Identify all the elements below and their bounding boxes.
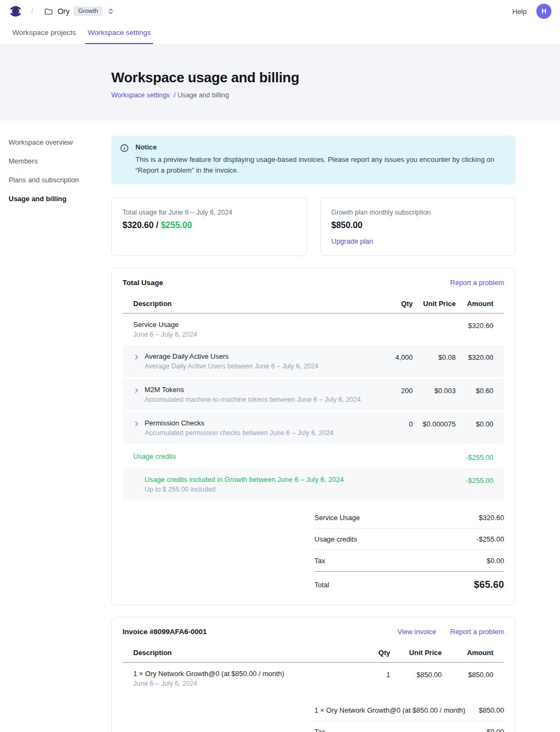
row-qty xyxy=(364,452,413,453)
sidebar-item-members[interactable]: Members xyxy=(9,154,106,168)
preview-notice: Notice This is a preview feature for dis… xyxy=(111,136,515,184)
row-subtitle: June 6 – July 6, 2024 xyxy=(133,680,284,687)
help-link[interactable]: Help xyxy=(512,8,527,16)
notice-title: Notice xyxy=(135,143,502,151)
column-amount: Amount xyxy=(442,649,493,657)
row-amount: $850.00 xyxy=(442,670,493,679)
tab-workspace-projects[interactable]: Workspace projects xyxy=(10,23,78,44)
upgrade-plan-link[interactable]: Upgrade plan xyxy=(332,237,374,245)
usage-row-permission-checks[interactable]: Permission Checks Accumulated permission… xyxy=(123,412,504,445)
sidebar-item-usage-and-billing[interactable]: Usage and billing xyxy=(9,192,106,205)
view-invoice-link[interactable]: View invoice xyxy=(398,628,436,636)
summary-value: $0.00 xyxy=(486,557,504,565)
notice-body: This is a preview feature for displaying… xyxy=(135,154,502,176)
chevron-right-icon[interactable] xyxy=(133,354,140,370)
row-subtitle: Accumulated permission checks between Ju… xyxy=(145,429,334,437)
invoice-row-growth-plan: 1 × Ory Network Growth@0 (at $850.00 / m… xyxy=(123,663,504,694)
breadcrumb-workspace-settings-link[interactable]: Workspace settings xyxy=(111,91,170,99)
column-qty: Qty xyxy=(342,649,390,657)
breadcrumb-separator: / xyxy=(31,7,33,16)
row-unit-price: $0.003 xyxy=(413,386,456,395)
plan-label: Growth plan monthly subscription xyxy=(332,209,505,216)
row-title: 1 × Ory Network Growth@0 (at $850.00 / m… xyxy=(133,670,284,678)
summary-label: Tax xyxy=(314,728,325,732)
plan-amount: $850.00 xyxy=(332,221,505,230)
column-amount: Amount xyxy=(456,300,493,308)
chevron-up-down-icon xyxy=(107,8,114,15)
summary-value: $0.00 xyxy=(486,728,504,732)
column-qty: Qty xyxy=(364,300,413,308)
row-qty: 1 xyxy=(342,670,390,679)
row-qty: 200 xyxy=(364,386,413,395)
row-subtitle: Accumulated machine-to-machine tokens be… xyxy=(145,396,361,403)
top-bar: / Ory Growth Help H xyxy=(0,0,560,23)
summary-row-line-item: 1 × Ory Network Growth@0 (at $850.00 / m… xyxy=(314,700,504,721)
summary-label: Service Usage xyxy=(314,514,360,522)
row-unit-price: $0.08 xyxy=(413,352,456,361)
row-qty: 0 xyxy=(364,419,413,428)
row-amount: -$255.00 xyxy=(456,475,493,485)
column-unit-price: Unit Price xyxy=(390,649,442,657)
breadcrumb-current: / Usage and billing xyxy=(174,91,229,99)
row-unit-price xyxy=(413,321,456,322)
row-amount: $0.60 xyxy=(456,386,493,395)
total-usage-value: $320.60 / $255.00 xyxy=(123,221,296,230)
column-description: Description xyxy=(133,649,342,657)
user-avatar[interactable]: H xyxy=(536,4,551,19)
info-icon xyxy=(120,144,129,176)
summary-row-usage-credits: Usage credits -$255.00 xyxy=(314,529,504,550)
sidebar-item-plans-and-subscription[interactable]: Plans and subscription xyxy=(9,173,106,187)
chevron-right-icon[interactable] xyxy=(133,387,140,403)
usage-summary: Service Usage $320.60 Usage credits -$25… xyxy=(314,507,504,594)
summary-value: $65.60 xyxy=(474,579,504,591)
total-usage-card: Total Usage Report a problem Description… xyxy=(111,268,515,605)
summary-label: Usage credits xyxy=(314,535,357,543)
report-problem-link[interactable]: Report a problem xyxy=(450,628,504,636)
invoice-summary: 1 × Ory Network Growth@0 (at $850.00 / m… xyxy=(314,700,504,732)
tab-workspace-settings[interactable]: Workspace settings xyxy=(85,23,153,44)
row-subtitle: June 6 – July 6, 2024 xyxy=(133,331,197,338)
folder-icon xyxy=(44,7,53,16)
usage-row-usage-credits-included: Usage credits included in Growth between… xyxy=(123,468,504,502)
invoice-card: Invoice #8099AFA6-0001 View invoice Repo… xyxy=(111,617,515,732)
report-problem-link[interactable]: Report a problem xyxy=(450,279,504,287)
chevron-right-icon[interactable] xyxy=(133,421,140,437)
row-subtitle: Average Daily Active Users between June … xyxy=(145,363,319,370)
summary-value: $850.00 xyxy=(479,706,504,714)
summary-label: Total xyxy=(314,581,329,589)
row-qty xyxy=(364,321,413,322)
usage-row-m2m-tokens[interactable]: M2M Tokens Accumulated machine-to-machin… xyxy=(123,379,504,412)
summary-row-tax: Tax $0.00 xyxy=(314,721,504,732)
workspace-switcher[interactable]: Ory Growth xyxy=(41,4,118,18)
row-unit-price: $850.00 xyxy=(390,670,442,679)
row-amount: $320.00 xyxy=(456,352,493,361)
usage-row-usage-credits: Usage credits -$255.00 xyxy=(123,445,504,468)
ory-logo-icon[interactable] xyxy=(9,4,23,18)
breadcrumb: Workspace settings / Usage and billing xyxy=(111,91,560,99)
total-usage-summary-card: Total usage for June 6 – July 6, 2024 $3… xyxy=(111,197,307,256)
workspace-tabs: Workspace projects Workspace settings xyxy=(0,23,560,44)
row-unit-price: $0.000075 xyxy=(413,419,456,428)
row-unit-price xyxy=(413,452,456,453)
page-title: Workspace usage and billing xyxy=(111,69,560,86)
workspace-name: Ory xyxy=(58,7,70,16)
summary-row-service-usage: Service Usage $320.60 xyxy=(314,507,504,529)
row-subtitle: Up to $ 255.00 included xyxy=(145,486,344,493)
usage-row-average-daily-active-users[interactable]: Average Daily Active Users Average Daily… xyxy=(123,345,504,379)
page-header: Workspace usage and billing Workspace se… xyxy=(0,44,560,120)
sidebar-item-workspace-overview[interactable]: Workspace overview xyxy=(9,136,106,149)
row-amount: -$255.00 xyxy=(456,452,493,461)
usage-row-service-usage: Service Usage June 6 – July 6, 2024 $320… xyxy=(123,314,504,345)
invoice-title: Invoice #8099AFA6-0001 xyxy=(123,628,207,636)
row-amount: $0.00 xyxy=(456,419,493,428)
plan-subscription-card: Growth plan monthly subscription $850.00… xyxy=(320,197,516,256)
row-unit-price xyxy=(413,475,456,477)
summary-row-tax: Tax $0.00 xyxy=(314,550,504,572)
summary-label: Tax xyxy=(314,557,325,565)
row-qty: 4,000 xyxy=(364,352,413,361)
usage-card-title: Total Usage xyxy=(123,279,163,287)
total-usage-label: Total usage for June 6 – July 6, 2024 xyxy=(123,209,296,216)
column-unit-price: Unit Price xyxy=(413,300,456,308)
summary-row-total: Total $65.60 xyxy=(314,572,504,594)
summary-value: $320.60 xyxy=(479,514,504,522)
